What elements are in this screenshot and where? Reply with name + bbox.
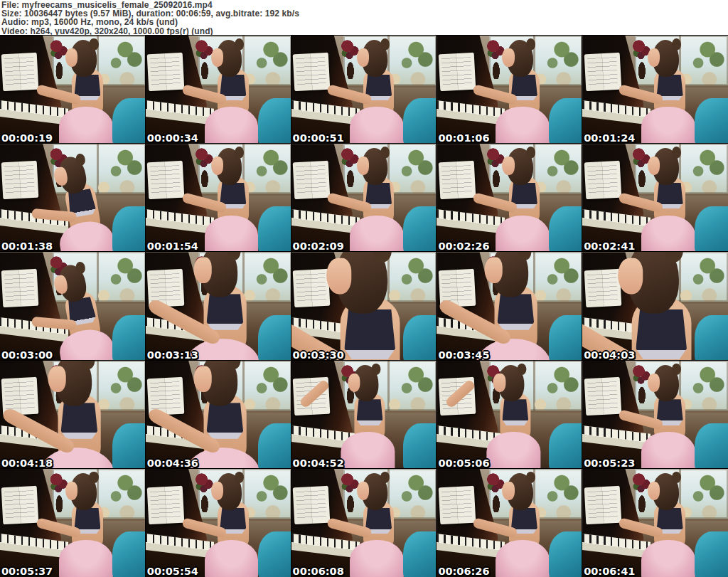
teal-fabric <box>403 98 437 144</box>
pianist-skirt <box>57 327 117 361</box>
pianist-face <box>648 482 660 500</box>
sheet-music <box>584 161 621 199</box>
pianist-skirt <box>350 216 404 253</box>
video-thumbnail[interactable]: 00:01:24 <box>582 36 728 144</box>
timestamp-label: 00:05:54 <box>147 566 198 577</box>
teal-fabric <box>403 531 437 577</box>
timestamp-label: 00:01:24 <box>584 132 635 144</box>
video-frame-illustration <box>146 252 291 360</box>
pianist-face <box>648 157 660 175</box>
sheet-music <box>1 485 39 524</box>
pianist-face <box>348 374 360 392</box>
sheet-music <box>584 485 621 524</box>
video-thumbnail[interactable]: 00:05:54 <box>146 469 291 577</box>
timestamp-label: 00:04:03 <box>584 349 635 361</box>
timestamp-label: 00:04:52 <box>293 457 344 469</box>
video-thumbnail[interactable]: 00:01:38 <box>0 144 146 252</box>
video-thumbnail[interactable]: 00:03:13 <box>146 252 291 360</box>
pianist-skirt <box>341 432 395 469</box>
pianist-face <box>493 374 505 392</box>
video-frame-illustration <box>582 361 728 469</box>
video-thumbnail[interactable]: 00:02:26 <box>437 144 582 252</box>
timestamp-label: 00:02:41 <box>584 240 635 252</box>
pianist-skirt <box>205 540 259 577</box>
video-thumbnail[interactable]: 00:02:41 <box>582 144 728 252</box>
pianist-face <box>502 482 514 500</box>
video-frame-illustration <box>582 144 728 252</box>
video-thumbnail[interactable]: 00:05:23 <box>582 361 728 469</box>
timestamp-label: 00:03:13 <box>147 349 198 361</box>
teal-fabric <box>112 206 146 252</box>
teal-fabric <box>549 315 582 361</box>
pianist-face <box>65 48 77 67</box>
teal-fabric <box>695 206 728 252</box>
video-frame-illustration <box>582 36 728 144</box>
video-thumbnail[interactable]: 00:04:36 <box>146 361 291 469</box>
pianist-face <box>211 48 223 67</box>
pianist-skirt <box>205 107 259 144</box>
pianist-top <box>357 399 383 425</box>
timestamp-label: 00:02:09 <box>293 240 344 252</box>
teal-fabric <box>403 206 437 252</box>
pianist-face <box>327 259 351 295</box>
video-thumbnail[interactable]: 00:03:45 <box>437 252 582 360</box>
video-thumbnail[interactable]: 00:03:30 <box>291 252 437 360</box>
teal-fabric <box>258 98 291 144</box>
video-thumbnail[interactable]: 00:06:41 <box>582 469 728 577</box>
video-thumbnail[interactable]: 00:04:18 <box>0 361 146 469</box>
video-thumbnail[interactable]: 00:01:06 <box>437 36 582 144</box>
timestamp-label: 00:01:54 <box>147 240 198 252</box>
pianist-face <box>648 48 660 67</box>
video-thumbnail[interactable]: 00:02:09 <box>291 144 437 252</box>
pianist-face <box>357 48 369 67</box>
video-thumbnail[interactable]: 00:04:03 <box>582 252 728 360</box>
pianist-skirt <box>496 107 550 144</box>
video-thumbnail[interactable]: 00:00:51 <box>291 36 437 144</box>
video-frame-illustration <box>146 36 291 144</box>
teal-fabric <box>258 423 291 469</box>
timestamp-label: 00:06:26 <box>438 566 489 577</box>
pianist-skirt <box>641 216 695 253</box>
teal-fabric <box>695 315 728 361</box>
pianist-skirt <box>496 540 550 577</box>
video-frame-illustration <box>0 36 146 144</box>
timestamp-label: 00:03:30 <box>293 349 344 361</box>
pianist-face <box>211 482 223 500</box>
video-thumbnail[interactable]: 00:04:52 <box>291 361 437 469</box>
video-thumbnail[interactable]: 00:01:54 <box>146 144 291 252</box>
teal-fabric <box>403 423 437 469</box>
teal-fabric <box>549 206 582 252</box>
video-frame-illustration <box>291 252 437 360</box>
teal-fabric <box>695 423 728 469</box>
pianist-skirt <box>350 107 404 144</box>
teal-fabric <box>258 206 291 252</box>
video-thumbnail[interactable]: 00:03:00 <box>0 252 146 360</box>
video-thumbnail[interactable]: 00:06:26 <box>437 469 582 577</box>
pianist-top <box>498 294 534 330</box>
video-frame-illustration <box>0 469 146 577</box>
thumbnail-grid: 00:00:19 00:00:34 <box>0 36 728 577</box>
video-thumbnail[interactable]: 00:05:37 <box>0 469 146 577</box>
video-frame-illustration <box>437 469 582 577</box>
pianist-skirt <box>57 218 117 253</box>
timestamp-label: 00:03:00 <box>1 349 53 361</box>
video-frame-illustration <box>437 252 582 360</box>
pianist-face <box>65 482 77 500</box>
video-thumbnail[interactable]: 00:06:08 <box>291 469 437 577</box>
video-frame-illustration <box>0 252 146 360</box>
timestamp-label: 00:03:45 <box>438 349 489 361</box>
sheet-music <box>293 161 331 199</box>
teal-fabric <box>549 531 582 577</box>
pianist-skirt <box>59 540 113 577</box>
video-thumbnail[interactable]: 00:00:19 <box>0 36 146 144</box>
video-thumbnail[interactable]: 00:05:06 <box>437 361 582 469</box>
video-frame-illustration <box>437 36 582 144</box>
sheet-music <box>147 52 185 90</box>
sheet-music <box>147 485 185 524</box>
video-frame-illustration <box>146 469 291 577</box>
teal-fabric <box>695 531 728 577</box>
pianist-face <box>502 48 514 67</box>
video-thumbnail[interactable]: 00:00:34 <box>146 36 291 144</box>
pianist-face <box>211 157 223 175</box>
teal-fabric <box>403 315 437 361</box>
